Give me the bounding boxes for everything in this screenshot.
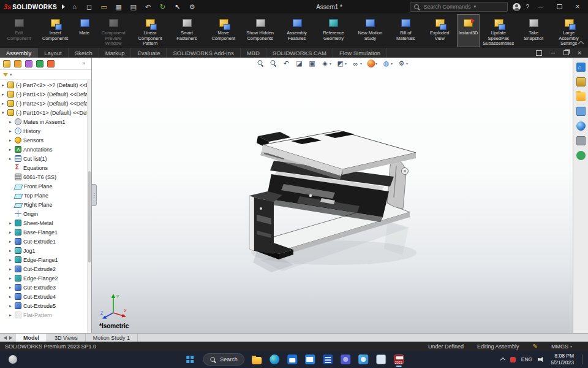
- expand-arrow-icon[interactable]: [9, 230, 15, 235]
- command-tab[interactable]: Markup: [99, 48, 132, 58]
- command-tab[interactable]: SOLIDWORKS CAM: [266, 48, 333, 58]
- expand-arrow-icon[interactable]: [9, 267, 15, 272]
- volume-icon[interactable]: [538, 356, 545, 362]
- close-button[interactable]: [571, 2, 584, 12]
- user-avatar[interactable]: [513, 3, 521, 11]
- ribbon-button[interactable]: New Motion Study: [352, 14, 388, 47]
- tree-item[interactable]: Flat-Pattern: [0, 310, 87, 320]
- command-tab[interactable]: Sketch: [69, 48, 99, 58]
- tree-item[interactable]: Mates in Assem1: [0, 117, 87, 126]
- ribbon-button[interactable]: Take Snapshot: [517, 14, 550, 47]
- ribbon-button[interactable]: Linear Component Pattern: [132, 14, 168, 47]
- expand-arrow-icon[interactable]: [9, 258, 15, 263]
- expand-arrow-icon[interactable]: [9, 294, 15, 299]
- tree-item[interactable]: (-) Part2<1> (Default) <<Defa: [0, 99, 87, 108]
- tray-app-icon[interactable]: [510, 357, 516, 362]
- expand-arrow-icon[interactable]: [9, 313, 15, 318]
- dimxpert-manager-icon[interactable]: [36, 60, 43, 67]
- tree-item[interactable]: Cut-Extrude5: [0, 301, 87, 310]
- tree-item[interactable]: (-) Part10<1> (Default) <<Defa: [0, 108, 87, 117]
- file-explorer-icon[interactable]: [576, 92, 586, 101]
- graphics-area[interactable]: Y X Z *Isometric: [92, 58, 573, 333]
- command-tab[interactable]: Assembly: [0, 48, 38, 58]
- help-button[interactable]: ?: [526, 4, 529, 10]
- ribbon-button[interactable]: Smart Fasteners: [168, 14, 205, 47]
- tree-filter-bar[interactable]: ▾: [0, 70, 91, 80]
- start-button[interactable]: [183, 353, 197, 366]
- rebuild-icon[interactable]: [158, 2, 167, 12]
- expand-arrow-icon[interactable]: [2, 110, 7, 115]
- property-manager-icon[interactable]: [14, 60, 21, 67]
- hud-button[interactable]: [281, 59, 292, 68]
- ribbon-button[interactable]: Bill of Materials: [389, 14, 423, 47]
- taskbar-search[interactable]: Search: [203, 353, 244, 366]
- filter-caret-icon[interactable]: ▾: [10, 72, 12, 77]
- tree-item[interactable]: Cut-Extrude2: [0, 264, 87, 274]
- taskbar-app[interactable]: [357, 353, 369, 366]
- command-tab[interactable]: Flow Simulation: [333, 48, 387, 58]
- tree-item[interactable]: Sensors: [0, 136, 87, 145]
- save-icon[interactable]: [114, 2, 123, 12]
- document-tab[interactable]: Motion Study 1: [86, 334, 138, 342]
- doc-tab-prev-icon[interactable]: [4, 336, 7, 340]
- tree-item[interactable]: Edge-Flange1: [0, 255, 87, 264]
- tree-item[interactable]: Edge-Flange2: [0, 274, 87, 283]
- ribbon-button[interactable]: Move Component: [205, 14, 241, 47]
- hud-button[interactable]: [320, 59, 333, 68]
- show-desktop-button[interactable]: [582, 355, 583, 364]
- expand-arrow-icon[interactable]: [2, 92, 7, 97]
- taskbar-app[interactable]: [304, 353, 316, 366]
- ribbon-button[interactable]: Exploded View: [423, 14, 456, 47]
- hud-button[interactable]: [350, 59, 363, 68]
- appearances-icon[interactable]: [576, 121, 586, 131]
- tree-item[interactable]: Right Plane: [0, 200, 87, 209]
- taskbar-app[interactable]: [286, 353, 298, 366]
- tree-scrollbar-thumb[interactable]: [88, 171, 91, 262]
- minimize-button[interactable]: [534, 2, 548, 12]
- expand-arrow-icon[interactable]: [9, 285, 15, 290]
- expand-arrow-icon[interactable]: [9, 138, 15, 143]
- solidworks-forum-icon[interactable]: [576, 151, 586, 160]
- tree-item[interactable]: Cut-Extrude4: [0, 292, 87, 301]
- tree-item[interactable]: Front Plane: [0, 182, 87, 191]
- undo-icon[interactable]: [143, 2, 153, 12]
- feature-manager-icon[interactable]: [3, 60, 10, 67]
- ribbon-button[interactable]: Instant3D: [457, 14, 480, 47]
- doc-tab-next-icon[interactable]: [9, 336, 12, 340]
- tree-item[interactable]: (-) Part7<2> ->? (Default) <<D: [0, 80, 87, 90]
- expand-arrow-icon[interactable]: [9, 147, 15, 152]
- hud-button[interactable]: [335, 59, 348, 68]
- tree-item[interactable]: 6061-T6 (SS): [0, 172, 87, 182]
- hud-button[interactable]: [381, 59, 394, 68]
- taskbar-app[interactable]: [339, 353, 352, 366]
- expand-arrow-icon[interactable]: [9, 221, 15, 226]
- tree-item[interactable]: History: [0, 126, 87, 136]
- tree-item[interactable]: Base-Flange1: [0, 228, 87, 237]
- expand-arrow-icon[interactable]: [9, 239, 15, 244]
- command-tab[interactable]: SOLIDWORKS Add-Ins: [167, 48, 240, 58]
- tree-item[interactable]: Origin: [0, 209, 87, 218]
- expand-arrow-icon[interactable]: [9, 248, 15, 253]
- command-tab[interactable]: Layout: [38, 48, 69, 58]
- design-library-icon[interactable]: [576, 77, 586, 86]
- ribbon-button[interactable]: Reference Geometry: [315, 14, 352, 47]
- ribbon-button[interactable]: Assembly Features: [279, 14, 315, 47]
- stapler-model[interactable]: [242, 123, 432, 288]
- units-selector[interactable]: MMGS: [551, 343, 572, 350]
- document-restore-button[interactable]: [562, 49, 570, 56]
- taskbar-clock[interactable]: 8:08 PM 5/21/2023: [551, 353, 574, 366]
- document-minimize-button[interactable]: [549, 49, 556, 56]
- document-tab[interactable]: 3D Views: [47, 334, 86, 342]
- taskbar-app[interactable]: [251, 353, 263, 366]
- print-icon[interactable]: [129, 2, 138, 12]
- ribbon-button[interactable]: Edit Component: [1, 14, 37, 47]
- search-chevron-icon[interactable]: ▾: [473, 4, 476, 9]
- taskbar-app[interactable]: [375, 353, 387, 366]
- restore-button[interactable]: [552, 2, 566, 12]
- tree-item[interactable]: Annotations: [0, 145, 87, 154]
- expand-arrow-icon[interactable]: [9, 304, 15, 309]
- view-palette-icon[interactable]: [576, 107, 586, 116]
- tree-item[interactable]: Top Plane: [0, 191, 87, 200]
- tree-item[interactable]: Cut-Extrude1: [0, 237, 87, 246]
- tree-item[interactable]: Cut list(1): [0, 154, 87, 163]
